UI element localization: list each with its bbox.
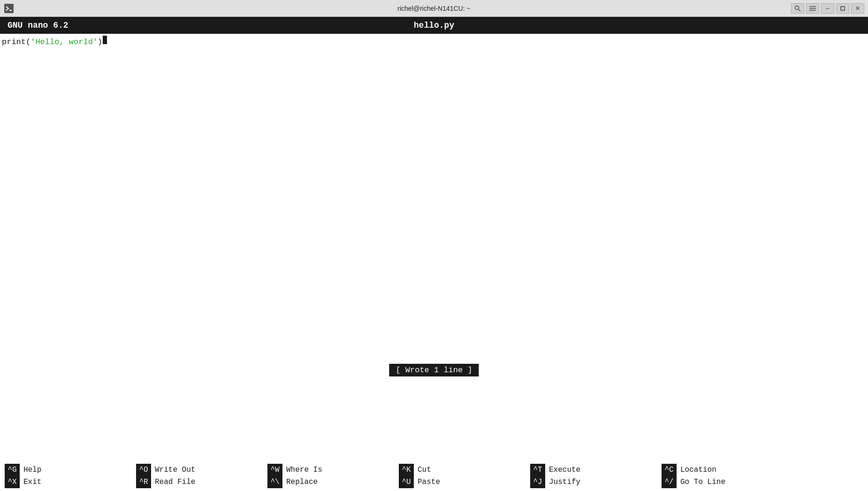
shortcut-item: ^UPaste — [399, 476, 530, 488]
minimize-button[interactable]: – — [821, 3, 834, 14]
shortcut-label: Go To Line — [680, 476, 725, 488]
shortcut-label: Replace — [286, 476, 318, 488]
shortcut-label: Help — [23, 464, 41, 476]
shortcut-item: ^GHelp — [5, 464, 136, 476]
shortcut-key: ^O — [136, 464, 151, 476]
shortcut-group-3: ^KCut^UPaste — [399, 464, 530, 488]
title-bar-controls: – × — [791, 3, 864, 14]
bottom-shortcut-bar: ^GHelp^XExit^OWrite Out^RRead File^WWher… — [0, 461, 868, 491]
shortcut-item: ^RRead File — [136, 476, 267, 488]
shortcut-item: ^CLocation — [662, 464, 793, 476]
shortcut-group-4: ^TExecute^JJustify — [530, 464, 662, 488]
shortcut-label: Execute — [549, 464, 580, 476]
shortcut-key: ^W — [267, 464, 282, 476]
shortcut-label: Justify — [549, 476, 580, 488]
shortcut-key: ^G — [5, 464, 20, 476]
shortcut-key: ^X — [5, 476, 20, 488]
shortcut-item: ^XExit — [5, 476, 136, 488]
shortcut-label: Write Out — [155, 464, 195, 476]
shortcut-label: Paste — [418, 476, 440, 488]
shortcut-key: ^C — [662, 464, 677, 476]
shortcut-item: ^/Go To Line — [662, 476, 793, 488]
code-paren-close: ) — [98, 37, 102, 48]
shortcut-item: ^\Replace — [267, 476, 399, 488]
shortcut-key: ^\ — [267, 476, 282, 488]
shortcut-group-1: ^OWrite Out^RRead File — [136, 464, 267, 488]
shortcut-row: ^GHelp^XExit^OWrite Out^RRead File^WWher… — [0, 464, 868, 488]
svg-rect-7 — [841, 7, 845, 10]
nano-app-name: GNU nano 6.2 — [8, 21, 69, 30]
menu-button[interactable] — [806, 3, 819, 14]
text-cursor — [103, 36, 107, 44]
shortcut-key: ^R — [136, 476, 151, 488]
svg-line-3 — [799, 9, 800, 11]
shortcut-key: ^J — [530, 476, 545, 488]
window-title: richel@richel-N141CU: ~ — [397, 5, 470, 12]
code-line-1: print('Hello, world') — [2, 36, 866, 48]
code-keyword: print — [2, 37, 26, 48]
title-bar-left — [4, 3, 14, 14]
shortcut-item: ^KCut — [399, 464, 530, 476]
shortcut-key: ^/ — [662, 476, 677, 488]
code-paren-open: ( — [26, 37, 30, 48]
shortcut-key: ^T — [530, 464, 545, 476]
shortcut-group-0: ^GHelp^XExit — [5, 464, 136, 488]
shortcut-label: Exit — [23, 476, 41, 488]
shortcut-item: ^OWrite Out — [136, 464, 267, 476]
shortcut-label: Cut — [418, 464, 431, 476]
nano-filename: hello.py — [414, 21, 454, 30]
shortcut-label: Location — [680, 464, 716, 476]
shortcut-key: ^U — [399, 476, 414, 488]
terminal-icon — [4, 3, 14, 14]
code-string: 'Hello, world' — [30, 37, 98, 48]
shortcut-item: ^TExecute — [530, 464, 662, 476]
title-bar: richel@richel-N141CU: ~ – × — [0, 0, 868, 17]
shortcut-item: ^WWhere Is — [267, 464, 399, 476]
svg-point-2 — [795, 6, 799, 9]
maximize-button[interactable] — [836, 3, 849, 14]
shortcut-key: ^K — [399, 464, 414, 476]
close-button[interactable]: × — [851, 3, 864, 14]
editor-area[interactable]: print('Hello, world') [ Wrote 1 line ] — [0, 34, 868, 461]
search-button[interactable] — [791, 3, 804, 14]
shortcut-item: ^JJustify — [530, 476, 662, 488]
nano-header: GNU nano 6.2 hello.py — [0, 17, 868, 34]
shortcut-label: Read File — [155, 476, 195, 488]
status-message: [ Wrote 1 line ] — [389, 364, 479, 376]
editor-content: print('Hello, world') — [2, 36, 866, 48]
shortcut-label: Where Is — [286, 464, 322, 476]
shortcut-group-5: ^CLocation^/Go To Line — [662, 464, 793, 488]
shortcut-group-2: ^WWhere Is^\Replace — [267, 464, 399, 488]
